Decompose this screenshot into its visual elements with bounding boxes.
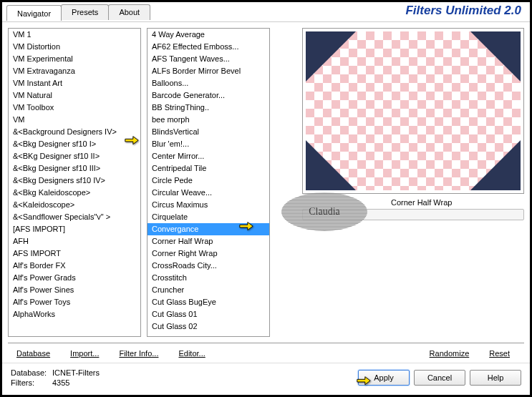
category-list[interactable]: VM 1VM DistortionVM ExperimentalVM Extra… xyxy=(8,28,141,337)
list-item[interactable]: Circle Pede xyxy=(147,175,269,187)
preview-corner-tr xyxy=(470,31,521,82)
preview-corner-br xyxy=(470,140,521,190)
tab-presets[interactable]: Presets xyxy=(61,4,109,20)
app-title: Filters Unlimited 2.0 xyxy=(405,4,527,18)
list-item[interactable]: bee morph xyxy=(147,114,269,126)
list-item[interactable]: VM xyxy=(9,114,140,126)
list-item[interactable]: VM Extravaganza xyxy=(9,65,140,77)
preview-corner-bl xyxy=(306,140,356,190)
cancel-button[interactable]: Cancel xyxy=(414,370,465,386)
list-item[interactable]: &<Bkg Kaleidoscope> xyxy=(9,187,140,199)
list-item[interactable]: &<Bkg Designer sf10 III> xyxy=(9,162,140,175)
list-item[interactable]: Cut Glass 01 xyxy=(147,308,269,320)
list-item[interactable]: AFS Tangent Waves... xyxy=(147,53,269,65)
list-item[interactable]: Circus Maximus xyxy=(147,199,269,211)
list-item[interactable]: AFH xyxy=(9,235,140,247)
list-item[interactable]: &<BKg Designer sf10 II> xyxy=(9,150,140,162)
list-item[interactable]: Blur 'em!... xyxy=(147,138,269,150)
list-item[interactable]: Cirquelate xyxy=(147,211,269,223)
filter-info-link[interactable]: Filter Info... xyxy=(119,349,158,358)
list-item[interactable]: VM 1 xyxy=(9,29,140,41)
list-item[interactable]: AF62 Effected Emboss... xyxy=(147,41,269,53)
list-item[interactable]: Crosstitch xyxy=(147,272,269,284)
list-item[interactable]: VM Instant Art xyxy=(9,77,140,89)
editor-link[interactable]: Editor... xyxy=(178,349,205,358)
database-link[interactable]: Database xyxy=(16,349,50,358)
preview-image xyxy=(306,31,521,190)
preview-corner-tl xyxy=(306,31,356,82)
filter-list[interactable]: 4 Way AverageAF62 Effected Emboss...AFS … xyxy=(147,28,270,337)
list-item[interactable]: 4 Way Average xyxy=(147,29,269,41)
list-item[interactable]: BB StringThing.. xyxy=(147,102,269,114)
list-item[interactable]: Balloons... xyxy=(147,77,269,89)
list-item[interactable]: VM Natural xyxy=(9,89,140,102)
list-item[interactable]: &<Sandflower Specials"v" > xyxy=(9,211,140,223)
reset-link[interactable]: Reset xyxy=(489,349,510,358)
list-item[interactable]: ALFs Border Mirror Bevel xyxy=(147,65,269,77)
list-item[interactable]: Centripedal Tile xyxy=(147,162,269,175)
list-item[interactable]: Cut Glass BugEye xyxy=(147,296,269,308)
list-item[interactable]: VM Distortion xyxy=(9,41,140,53)
list-item[interactable]: &<Bkg Designer sf10 I> xyxy=(9,138,140,150)
import-link[interactable]: Import... xyxy=(70,349,99,358)
list-item[interactable]: &<Background Designers IV> xyxy=(9,126,140,138)
list-item[interactable]: VM Toolbox xyxy=(9,102,140,114)
list-item[interactable]: Cruncher xyxy=(147,284,269,296)
list-item[interactable]: VM Experimental xyxy=(9,53,140,65)
list-item[interactable]: AFS IMPORT xyxy=(9,247,140,260)
preview-pane xyxy=(302,28,524,194)
list-item[interactable]: Barcode Generator... xyxy=(147,89,269,102)
list-item[interactable]: BlindsVertical xyxy=(147,126,269,138)
randomize-link[interactable]: Randomize xyxy=(430,349,470,358)
list-item[interactable]: &<Bkg Designers sf10 IV> xyxy=(9,175,140,187)
list-item[interactable]: Alf's Power Toys xyxy=(9,296,140,308)
list-item[interactable]: Alf's Power Sines xyxy=(9,284,140,296)
list-item[interactable]: Alf's Power Grads xyxy=(9,272,140,284)
help-button[interactable]: Help xyxy=(470,370,521,386)
list-item[interactable]: Corner Right Wrap xyxy=(147,247,269,260)
list-item[interactable]: Corner Half Wrap xyxy=(147,235,269,247)
list-item[interactable]: Circular Weave... xyxy=(147,187,269,199)
tab-about[interactable]: About xyxy=(108,4,150,20)
list-item[interactable]: AlphaWorks xyxy=(9,308,140,320)
tab-navigator[interactable]: Navigator xyxy=(6,5,62,21)
filter-name-label: Corner Half Wrap xyxy=(388,194,524,208)
list-item[interactable]: Cut Glass 02 xyxy=(147,320,269,333)
list-item[interactable]: Convergance xyxy=(147,223,269,235)
list-item[interactable]: Alf's Border FX xyxy=(9,260,140,272)
list-item[interactable]: Center Mirror... xyxy=(147,150,269,162)
list-item[interactable]: [AFS IMPORT] xyxy=(9,223,140,235)
list-item[interactable]: &<Kaleidoscope> xyxy=(9,199,140,211)
param-slider[interactable] xyxy=(302,209,524,220)
list-item[interactable]: CrossRoads City... xyxy=(147,260,269,272)
apply-button[interactable]: Apply xyxy=(358,370,410,386)
status-info: Database:ICNET-Filters Filters:4355 xyxy=(11,368,100,388)
